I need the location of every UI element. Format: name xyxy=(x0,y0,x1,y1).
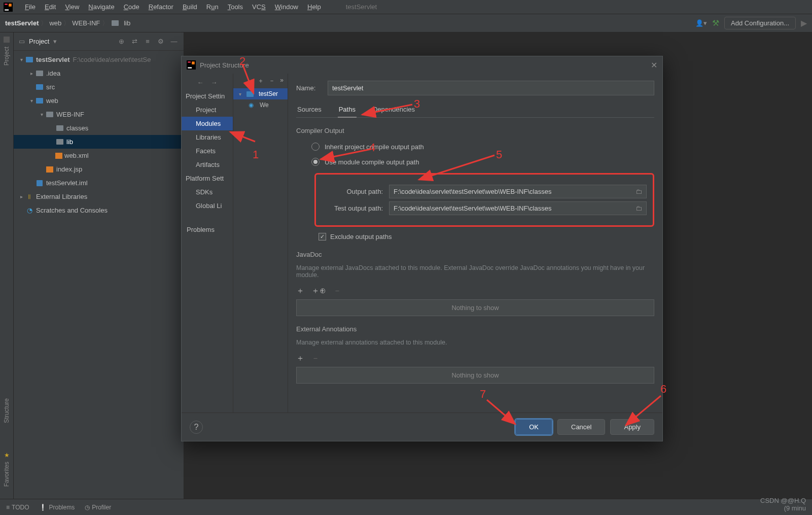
locate-icon[interactable]: ⊕ xyxy=(117,37,126,46)
close-icon[interactable]: ✕ xyxy=(651,60,657,70)
breadcrumb-item[interactable]: WEB-INF xyxy=(72,19,100,27)
chevron-right-icon[interactable]: ▸ xyxy=(28,71,35,76)
collapse-all-icon[interactable]: ≡ xyxy=(143,37,152,46)
chevron-down-icon[interactable]: ▾ xyxy=(28,98,35,104)
add-icon[interactable]: ＋ xyxy=(296,353,304,364)
menu-vcs[interactable]: VCS xyxy=(248,3,270,11)
status-profiler[interactable]: ◷ Profiler xyxy=(85,504,111,511)
tree-item[interactable]: src xyxy=(14,80,184,94)
xml-file-icon xyxy=(55,153,62,159)
menu-run[interactable]: Run xyxy=(202,3,223,11)
hide-icon[interactable]: — xyxy=(169,37,179,46)
tree-item[interactable]: testServlet.iml xyxy=(14,176,184,190)
use-module-radio[interactable]: Use module compile output path xyxy=(296,156,654,171)
remove-icon[interactable]: － xyxy=(311,353,320,364)
menu-tools[interactable]: Tools xyxy=(223,3,248,11)
menu-help[interactable]: Help xyxy=(303,3,326,11)
menu-window[interactable]: Window xyxy=(270,3,303,11)
tab-dependencies[interactable]: Dependencies xyxy=(372,102,416,117)
cancel-button[interactable]: Cancel xyxy=(557,419,605,435)
gear-icon[interactable]: ⚙ xyxy=(156,37,165,46)
favorites-tool-tab[interactable]: Favorites xyxy=(3,459,10,490)
tree-item-external-libs[interactable]: ▸ ⫴ External Libraries xyxy=(14,190,184,203)
build-hammer-icon[interactable]: ⚒ xyxy=(712,18,719,28)
tree-item[interactable]: index.jsp xyxy=(14,162,184,176)
tree-item[interactable]: web.xml xyxy=(14,149,184,162)
add-configuration-button[interactable]: Add Configuration... xyxy=(724,17,796,29)
project-tree[interactable]: ▾ testServlet F:\code\idea\servlet\testS… xyxy=(14,51,184,499)
section-header: Platform Sett xyxy=(182,171,233,185)
add-icon[interactable]: ＋ xyxy=(296,286,304,296)
help-icon[interactable]: ? xyxy=(190,421,203,434)
test-output-path-input[interactable]: F:\code\idea\servlet\testServlet\web\WEB… xyxy=(389,201,647,215)
structure-tool-tab[interactable]: Structure xyxy=(3,395,10,426)
nav-facets[interactable]: Facets xyxy=(182,144,233,158)
project-tool-tab[interactable]: Project xyxy=(3,44,10,68)
chevron-right-icon[interactable]: ▸ xyxy=(18,194,25,199)
module-name-input[interactable] xyxy=(328,81,654,95)
external-annotations-hint: Manage external annotations attached to … xyxy=(296,339,654,346)
breadcrumb-item[interactable]: web xyxy=(49,19,61,27)
checkbox-on-icon xyxy=(319,233,326,241)
tree-item[interactable]: ▾ web xyxy=(14,94,184,108)
project-tab-icon xyxy=(4,37,10,43)
exclude-output-checkbox[interactable]: Exclude output paths xyxy=(319,233,654,241)
status-problems[interactable]: ❕ Problems xyxy=(39,504,75,511)
browse-folder-icon[interactable]: 🗀 xyxy=(636,188,642,195)
menu-file[interactable]: File xyxy=(20,3,40,11)
nav-sdks[interactable]: SDKs xyxy=(182,185,233,199)
forward-icon[interactable]: → xyxy=(211,79,218,86)
view-mode-dropdown-icon[interactable]: ▾ xyxy=(53,38,57,45)
svg-rect-7 xyxy=(192,61,195,64)
apply-button[interactable]: Apply xyxy=(610,419,654,435)
status-todo[interactable]: ≡ TODO xyxy=(6,504,29,511)
menu-edit[interactable]: Edit xyxy=(40,3,60,11)
more-icon[interactable]: » xyxy=(280,77,284,85)
tree-root[interactable]: ▾ testServlet F:\code\idea\servlet\testS… xyxy=(14,53,184,66)
tree-item-scratches[interactable]: ◔ Scratches and Consoles xyxy=(14,203,184,217)
back-icon[interactable]: ← xyxy=(197,79,204,86)
breadcrumb-item[interactable]: lib xyxy=(124,19,130,27)
chevron-down-icon[interactable]: ▾ xyxy=(18,57,25,62)
nav-problems[interactable]: Problems xyxy=(182,223,233,236)
tree-item-selected[interactable]: lib xyxy=(14,135,184,149)
ok-button[interactable]: OK xyxy=(515,419,552,435)
tab-sources[interactable]: Sources xyxy=(296,102,323,117)
watermark: CSDN @@H.Q (9 minu xyxy=(760,497,806,512)
menu-code[interactable]: Code xyxy=(119,3,144,11)
module-item[interactable]: ▾ testSer xyxy=(233,88,288,99)
menu-build[interactable]: Build xyxy=(178,3,202,11)
add-url-icon[interactable]: ＋⊕ xyxy=(311,286,326,296)
menu-navigate[interactable]: Navigate xyxy=(84,3,119,11)
nav-project[interactable]: Project xyxy=(182,103,233,117)
output-path-input[interactable]: F:\code\idea\servlet\testServlet\web\WEB… xyxy=(389,185,647,198)
checkbox-label: Exclude output paths xyxy=(330,233,392,241)
menu-view[interactable]: View xyxy=(60,3,84,11)
tree-label: src xyxy=(46,83,55,91)
breadcrumb-item[interactable]: testServlet xyxy=(5,19,39,27)
tree-item[interactable]: ▾ WEB-INF xyxy=(14,108,184,121)
browse-folder-icon[interactable]: 🗀 xyxy=(636,204,642,212)
menu-refactor[interactable]: Refactor xyxy=(144,3,178,11)
dialog-sidebar: ← → Project Settin Project Modules Libra… xyxy=(182,74,233,413)
inherit-radio[interactable]: Inherit project compile output path xyxy=(296,141,654,156)
svg-rect-2 xyxy=(5,9,9,10)
chevron-right-icon: 〉 xyxy=(63,19,70,28)
nav-modules[interactable]: Modules xyxy=(182,117,233,130)
expand-all-icon[interactable]: ⇄ xyxy=(130,37,139,46)
user-dropdown-icon[interactable]: 👤▾ xyxy=(695,19,707,27)
svg-rect-1 xyxy=(5,4,8,5)
tree-label: .idea xyxy=(46,70,60,77)
tab-paths[interactable]: Paths xyxy=(338,102,357,117)
nav-libraries[interactable]: Libraries xyxy=(182,130,233,144)
facet-item[interactable]: ◉ We xyxy=(233,99,288,111)
run-play-icon[interactable]: ▶ xyxy=(801,18,807,28)
remove-icon[interactable]: － xyxy=(269,77,275,85)
add-icon[interactable]: ＋ xyxy=(258,77,264,85)
chevron-down-icon[interactable]: ▾ xyxy=(38,112,45,117)
nav-artifacts[interactable]: Artifacts xyxy=(182,158,233,171)
tree-item[interactable]: classes xyxy=(14,121,184,135)
tree-item[interactable]: ▸ .idea xyxy=(14,66,184,80)
nav-global-libs[interactable]: Global Li xyxy=(182,199,233,213)
remove-icon[interactable]: － xyxy=(333,286,341,296)
